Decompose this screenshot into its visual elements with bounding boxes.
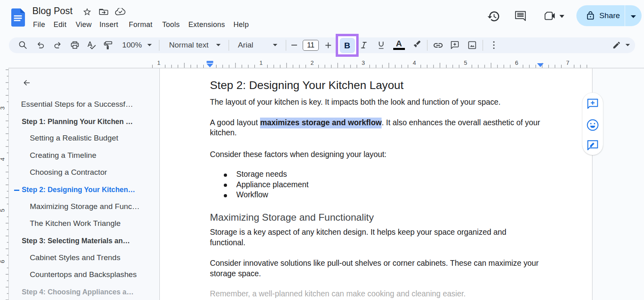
- svg-text:4: 4: [0, 157, 6, 161]
- svg-text:2: 2: [310, 60, 314, 66]
- svg-text:7: 7: [566, 60, 569, 66]
- svg-text:6: 6: [0, 260, 6, 263]
- svg-text:5: 5: [0, 209, 6, 212]
- svg-text:1: 1: [259, 60, 262, 66]
- svg-text:6: 6: [515, 60, 518, 66]
- svg-text:3: 3: [0, 106, 6, 110]
- svg-text:4: 4: [413, 60, 416, 66]
- svg-text:1: 1: [157, 60, 160, 66]
- svg-text:5: 5: [464, 60, 467, 66]
- svg-text:3: 3: [361, 60, 365, 66]
